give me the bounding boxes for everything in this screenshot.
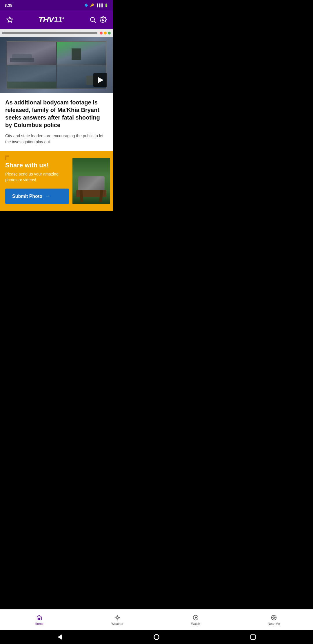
share-section: ⌜ Share with us! Please send us your ama…	[0, 151, 113, 211]
share-description: Please send us your amazing photos or vi…	[5, 171, 69, 183]
page-content: As additional bodycam footage is release…	[0, 29, 113, 246]
svg-line-2	[94, 21, 96, 23]
bracket-decoration: ⌜	[4, 155, 10, 167]
search-button[interactable]	[88, 15, 98, 25]
settings-button[interactable]	[98, 15, 108, 25]
play-icon	[98, 77, 103, 83]
share-photo-thumbnail	[72, 158, 110, 204]
share-text-block: Share with us! Please send us your amazi…	[5, 158, 69, 204]
submit-photo-label: Submit Photo	[12, 194, 42, 199]
logo-text: THV11●	[38, 15, 64, 24]
share-title: Share with us!	[5, 162, 69, 169]
window-chrome	[0, 29, 113, 37]
favorite-button[interactable]	[5, 15, 15, 25]
article-headline: As additional bodycam footage is release…	[5, 99, 108, 129]
svg-marker-0	[7, 17, 13, 22]
svg-point-3	[102, 19, 104, 21]
status-bar: 8:35 🔷 🔑 ▐▐▐ 🔋	[0, 0, 113, 10]
app-header: THV11●	[0, 10, 113, 29]
play-button[interactable]	[93, 73, 107, 87]
camera-grid	[7, 41, 106, 89]
status-time: 8:35	[5, 3, 12, 8]
battery-icon: 🔋	[104, 3, 108, 7]
svg-point-1	[90, 17, 94, 21]
bluetooth-icon: 🔷	[84, 3, 88, 7]
video-thumbnail[interactable]	[0, 29, 113, 93]
submit-photo-button[interactable]: Submit Photo →	[5, 189, 69, 204]
article-subtext: City and state leaders are encouraging t…	[5, 133, 108, 145]
key-icon: 🔑	[90, 3, 94, 7]
status-icons: 🔷 🔑 ▐▐▐ 🔋	[84, 3, 108, 7]
article-content: As additional bodycam footage is release…	[0, 93, 113, 151]
signal-icon: ▐▐▐	[96, 3, 103, 7]
app-logo: THV11●	[15, 15, 88, 24]
submit-arrow-icon: →	[45, 193, 50, 199]
